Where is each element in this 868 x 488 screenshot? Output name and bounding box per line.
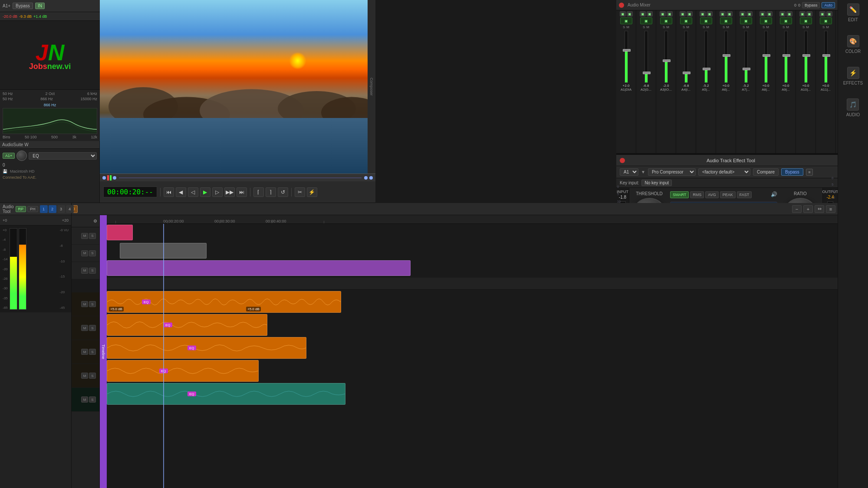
clip-v2-gray[interactable] [120,243,207,259]
a2-mute-button[interactable]: M [81,325,88,331]
fader-track-10[interactable] [824,31,828,83]
fader-handle-8[interactable] [783,54,790,57]
fader-track-5[interactable] [724,31,728,83]
clip-v4-pink[interactable] [107,225,133,240]
a4-mute-button[interactable]: M [81,373,88,379]
a5-eq-badge[interactable]: EQ [187,392,196,396]
color-icon[interactable]: 🎨 [847,35,859,47]
ch-icon-c-8[interactable]: ▣ [780,17,792,24]
ch-icon-c-5[interactable]: ▣ [720,17,732,24]
a4-eq-badge[interactable]: EQ [159,369,168,373]
ch-icon-b-7[interactable]: ▣ [766,11,773,16]
fader-handle-10[interactable] [822,54,830,57]
compare-button[interactable]: Compare [753,168,779,176]
v2-mute-button[interactable]: M [81,250,88,256]
avg-btn[interactable]: AVG [705,191,718,198]
tl-more-button[interactable]: ≡ [826,205,835,213]
edit-icon[interactable]: ✏️ [847,3,859,16]
track-select[interactable]: A1 [620,168,638,176]
ch-icon-c-6[interactable]: ▣ [740,17,752,24]
peak-btn[interactable]: PEAK [720,191,736,198]
clips-canvas[interactable]: EQ +5.0 dB +5.0 dB EQ [107,224,838,488]
bypass-button[interactable]: Bypass [13,3,33,9]
ch-icon-a-10[interactable]: ▣ [819,11,825,16]
clip-a5-teal[interactable]: EQ [107,383,345,405]
ch-icon-a-0[interactable]: ▣ [620,11,626,16]
loop-button[interactable]: ↺ [278,187,288,197]
a3-solo-button[interactable]: S [89,349,96,355]
ch-icon-b-9[interactable]: ▣ [806,11,812,16]
play-button[interactable]: ▶ [200,187,210,197]
go-to-end-button[interactable]: ⏭ [237,187,247,197]
fader-handle-3[interactable] [683,72,690,74]
fader-handle-2[interactable] [663,59,671,62]
tl-zoom-out-button[interactable]: − [792,205,802,213]
ch-icon-a-3[interactable]: ▣ [680,11,686,16]
fader-track-8[interactable] [784,31,788,83]
mixer-close-button[interactable] [619,3,624,8]
timeline-scrub-bar[interactable] [100,174,375,182]
bypass-button-comp[interactable]: Bypass [781,168,803,176]
step-forward-button[interactable]: ▷ [212,187,223,197]
ch-icon-b-5[interactable]: ▣ [727,11,733,16]
a5-solo-button[interactable]: S [89,396,96,403]
ch-icon-b-6[interactable]: ▣ [746,11,753,16]
smart-btn[interactable]: SMART [670,191,689,198]
razor-button[interactable]: ⚡ [307,187,317,197]
fader-track-6[interactable] [744,31,748,83]
fader-handle-5[interactable] [723,54,730,57]
comp-settings-button[interactable]: ≡ [806,169,813,176]
ch1-button[interactable]: 1 [40,205,48,213]
v2-solo-button[interactable]: S [89,250,96,256]
a3-mute-button[interactable]: M [81,349,88,355]
ch-icon-b-4[interactable]: ▣ [707,11,713,16]
audio-icon[interactable]: 🎵 [847,98,859,111]
a1-mute-button[interactable]: M [81,301,88,307]
timeline-settings-button[interactable]: ⚙ [93,219,97,223]
eq-select[interactable]: EQ [29,152,97,160]
clip-a1-orange[interactable]: EQ +5.0 dB +5.0 dB [107,291,341,313]
a5-mute-button[interactable]: M [81,396,88,403]
mark-out-button[interactable]: ⌉ [266,187,276,197]
ph-button[interactable]: PH [27,206,38,212]
clip-a4-orange[interactable]: EQ [107,360,259,382]
go-to-start-button[interactable]: ⏮ [164,187,174,197]
fader-track-3[interactable] [684,31,688,83]
v1-mute-button[interactable]: M [81,268,88,274]
clip-a3-orange[interactable]: EQ [107,337,306,359]
cut-button[interactable]: ✂ [295,187,305,197]
timeline-ruler[interactable]: 00:00:20:00 00:00:30:00 00:00:40:00 [107,215,838,224]
timeline-vertical-bar[interactable]: Timeline [100,215,107,488]
eq-graph[interactable] [3,108,97,134]
ch3-button[interactable]: 3 [57,205,65,213]
ch-icon-b-8[interactable]: ▣ [786,11,792,16]
ch-icon-c-9[interactable]: ▣ [800,17,812,24]
a2-eq-badge[interactable]: EQ [164,323,172,328]
ch-icon-c-7[interactable]: ▣ [760,17,772,24]
speaker-icon[interactable]: 🔊 [771,191,777,198]
ch-icon-c-10[interactable]: ▣ [820,17,832,24]
ch-icon-a-2[interactable]: ▣ [660,11,666,16]
in-button[interactable]: IN [35,3,45,9]
ch-icon-c-2[interactable]: ▣ [660,17,672,24]
ch-icon-b-0[interactable]: ▣ [627,11,633,16]
ch-icon-b-10[interactable]: ▣ [826,11,832,16]
fader-track-2[interactable] [664,31,668,83]
a1-eq-badge[interactable]: EQ [142,300,151,305]
fader-track-1[interactable] [644,31,648,83]
ch-icon-a-7[interactable]: ▣ [760,11,766,16]
ch-icon-a-9[interactable]: ▣ [799,11,806,16]
ch-icon-c-3[interactable]: ▣ [680,17,692,24]
fader-handle-7[interactable] [763,54,770,57]
ch-icon-c-1[interactable]: ▣ [640,17,652,24]
mixer-bypass-button[interactable]: Bypass [802,2,820,8]
ch-icon-a-8[interactable]: ▣ [779,11,786,16]
ch4-button[interactable]: 4 [66,205,74,213]
audiosuite-knob[interactable] [16,151,27,161]
fader-track-0[interactable] [625,31,628,83]
a1-track-button[interactable]: A1+ [3,153,15,159]
rms-btn[interactable]: RMS [690,191,704,198]
a1-solo-button[interactable]: S [89,301,96,307]
fader-track-9[interactable] [804,31,808,83]
a2-solo-button[interactable]: S [89,325,96,331]
